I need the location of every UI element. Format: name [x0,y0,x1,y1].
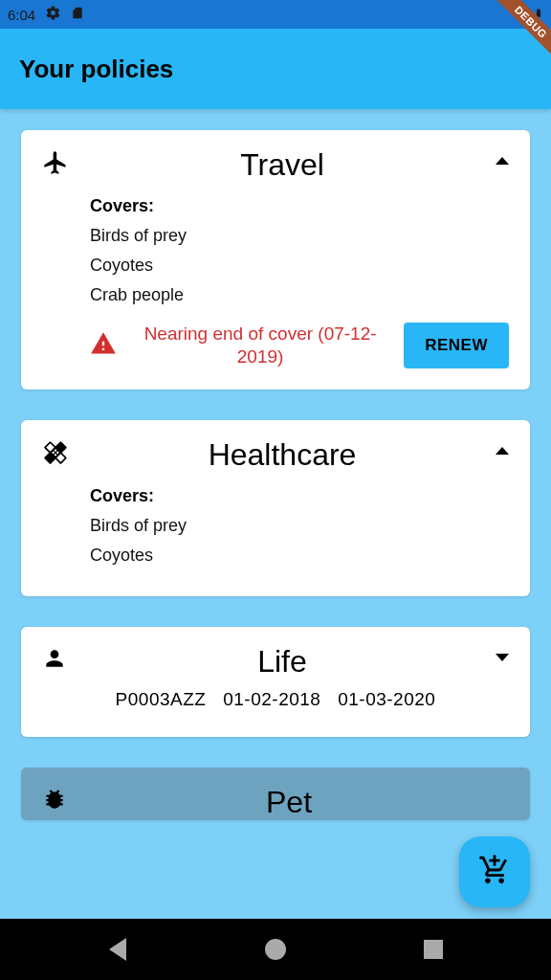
policy-number: P0003AZZ [116,689,207,709]
policy-title: Pet [69,785,509,820]
policy-title: Travel [69,147,496,183]
policy-meta: P0003AZZ 01-02-2018 01-03-2020 [42,689,509,710]
policy-title: Life [69,644,496,679]
policy-title: Healthcare [69,437,496,473]
policy-end-date: 01-03-2020 [338,689,435,709]
sd-card-icon [71,5,84,24]
policy-card-travel[interactable]: Travel Covers: Birds of prey Coyotes Cra… [21,130,530,390]
nav-home-button[interactable] [263,937,288,962]
policy-card-pet[interactable]: Pet [21,768,530,820]
nav-recent-button[interactable] [421,937,446,962]
warning-icon [90,330,117,361]
cover-item: Coyotes [90,256,509,276]
covers-label: Covers: [90,196,509,216]
collapse-arrow-icon[interactable] [496,447,509,455]
status-time: 6:04 [8,7,35,23]
cover-item: Coyotes [90,546,509,566]
page-title: Your policies [19,55,173,84]
airplane-icon [42,149,69,176]
nav-back-button[interactable] [105,937,130,962]
settings-icon [45,5,61,24]
bug-icon [42,787,69,813]
policy-card-healthcare[interactable]: Healthcare Covers: Birds of prey Coyotes [21,420,530,596]
cover-item: Birds of prey [90,226,509,246]
cover-item: Birds of prey [90,516,509,536]
warning-text: Nearing end of cover (07-12-2019) [130,323,390,368]
cover-item: Crab people [90,285,509,305]
status-bar: 6:04 [0,0,551,29]
app-bar: Your policies [0,29,551,109]
collapse-arrow-icon[interactable] [496,157,509,165]
renew-button[interactable]: RENEW [404,323,509,368]
covers-label: Covers: [90,486,509,506]
healing-icon [42,439,69,466]
person-icon [42,646,69,673]
policy-start-date: 01-02-2018 [223,689,320,709]
system-nav-bar [0,919,551,980]
policies-list: Travel Covers: Birds of prey Coyotes Cra… [0,109,551,919]
add-shopping-cart-icon [478,854,511,890]
policy-card-life[interactable]: Life P0003AZZ 01-02-2018 01-03-2020 [21,627,530,737]
add-to-cart-fab[interactable] [459,836,530,907]
expand-arrow-icon[interactable] [496,654,509,661]
